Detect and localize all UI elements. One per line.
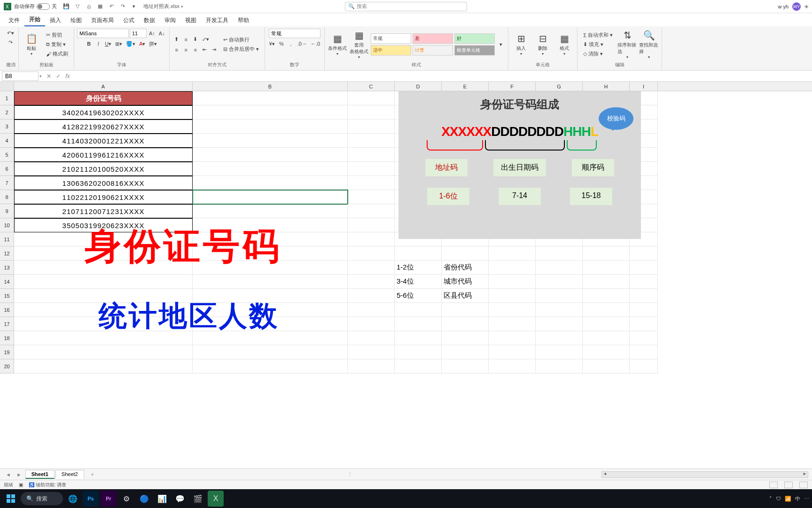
sheet-tab-Sheet1[interactable]: Sheet1 — [25, 470, 55, 479]
menu-tab-帮助[interactable]: 帮助 — [233, 15, 254, 26]
cell-B10[interactable] — [193, 218, 348, 232]
row-header-8[interactable]: 8 — [0, 190, 14, 204]
cell-D17[interactable] — [395, 317, 442, 331]
cell-D16[interactable] — [395, 303, 442, 317]
cell-A4[interactable]: 41140320001221XXXX — [14, 134, 193, 148]
premiere-icon[interactable]: Pr — [101, 491, 117, 507]
menu-tab-开始[interactable]: 开始 — [24, 14, 45, 26]
orientation-icon[interactable]: ⤢▾ — [201, 35, 211, 44]
cell-E19[interactable] — [442, 345, 489, 359]
accessibility-status[interactable]: ♿ 辅助功能: 调查 — [29, 482, 66, 488]
app-icon-5[interactable]: 🎬 — [190, 491, 206, 507]
border-button[interactable]: ⊞▾ — [114, 39, 124, 48]
percent-icon[interactable]: % — [277, 39, 286, 48]
cell-A18[interactable] — [14, 331, 193, 345]
cell-H19[interactable] — [583, 345, 630, 359]
cell-C1[interactable] — [348, 91, 395, 105]
cell-B19[interactable] — [193, 345, 348, 359]
cell-B12[interactable] — [193, 246, 348, 261]
clear-button[interactable]: ◇ 清除 ▾ — [580, 49, 616, 59]
col-header-A[interactable]: A — [14, 82, 193, 91]
cell-A12[interactable] — [14, 246, 193, 261]
cell-D12[interactable] — [395, 246, 442, 261]
cell-C19[interactable] — [348, 345, 395, 359]
cell-H14[interactable] — [583, 275, 630, 289]
row-header-2[interactable]: 2 — [0, 105, 14, 119]
align-middle-icon[interactable]: ≡ — [182, 35, 190, 44]
paste-button[interactable]: 📋粘贴▾ — [22, 29, 41, 60]
cell-C18[interactable] — [348, 331, 395, 345]
delete-cells-button[interactable]: ⊟删除▾ — [533, 29, 553, 60]
user-avatar[interactable]: WY — [792, 2, 801, 11]
comma-icon[interactable]: , — [287, 39, 295, 48]
horizontal-scrollbar[interactable] — [601, 471, 808, 478]
cell-B11[interactable] — [193, 232, 348, 246]
cell-C10[interactable] — [348, 218, 395, 232]
cell-H20[interactable] — [583, 359, 630, 373]
style-calc[interactable]: 计算 — [413, 45, 453, 56]
cell-C7[interactable] — [348, 176, 395, 190]
page-break-view-icon[interactable] — [799, 482, 808, 488]
cell-H12[interactable] — [583, 246, 630, 261]
col-header-I[interactable]: I — [630, 82, 658, 91]
col-header-B[interactable]: B — [193, 82, 348, 91]
cell-G18[interactable] — [536, 331, 583, 345]
redo-button[interactable]: ↷ — [7, 38, 15, 47]
wrap-text-button[interactable]: ↩ 自动换行 — [220, 35, 262, 45]
app-icon-3[interactable]: 📊 — [154, 491, 170, 507]
cell-B5[interactable] — [193, 148, 348, 162]
cell-I14[interactable] — [630, 275, 658, 289]
underline-button[interactable]: U▾ — [103, 39, 113, 48]
cell-D13[interactable]: 1-2位 — [395, 261, 442, 275]
cell-F14[interactable] — [489, 275, 536, 289]
style-neutral[interactable]: 适中 — [371, 45, 411, 56]
table-icon[interactable]: ▦ — [96, 3, 104, 10]
cell-C4[interactable] — [348, 134, 395, 148]
row-header-11[interactable]: 11 — [0, 232, 14, 246]
cell-H17[interactable] — [583, 317, 630, 331]
cell-F19[interactable] — [489, 345, 536, 359]
cell-A20[interactable] — [14, 359, 193, 373]
style-good[interactable]: 好 — [454, 33, 495, 44]
cell-B2[interactable] — [193, 105, 348, 119]
cell-B18[interactable] — [193, 331, 348, 345]
cell-I17[interactable] — [630, 317, 658, 331]
cell-E16[interactable] — [442, 303, 489, 317]
copy-button[interactable]: ⧉ 复制 ▾ — [43, 40, 71, 49]
menu-tab-绘图[interactable]: 绘图 — [66, 15, 86, 26]
cell-C2[interactable] — [348, 105, 395, 119]
italic-button[interactable]: I — [94, 39, 102, 48]
font-color-button[interactable]: A▾ — [138, 39, 147, 48]
cut-button[interactable]: ✂ 剪切 — [43, 31, 71, 40]
cell-I15[interactable] — [630, 289, 658, 303]
start-button[interactable] — [3, 491, 19, 507]
row-header-15[interactable]: 15 — [0, 289, 14, 303]
cell-H15[interactable] — [583, 289, 630, 303]
menu-tab-公式[interactable]: 公式 — [118, 15, 139, 26]
cell-H16[interactable] — [583, 303, 630, 317]
cell-C3[interactable] — [348, 119, 395, 134]
cell-H18[interactable] — [583, 331, 630, 345]
cell-I13[interactable] — [630, 261, 658, 275]
cell-D15[interactable]: 5-6位 — [395, 289, 442, 303]
cell-I12[interactable] — [630, 246, 658, 261]
cell-A11[interactable] — [14, 232, 193, 246]
cell-G15[interactable] — [536, 289, 583, 303]
cell-E20[interactable] — [442, 359, 489, 373]
sheet-nav-next[interactable]: ► — [15, 472, 23, 477]
row-header-4[interactable]: 4 — [0, 134, 14, 148]
cell-F20[interactable] — [489, 359, 536, 373]
cell-C6[interactable] — [348, 162, 395, 176]
cell-C17[interactable] — [348, 317, 395, 331]
menu-tab-文件[interactable]: 文件 — [4, 15, 24, 26]
sort-filter-button[interactable]: ⇅排序和筛选▾ — [617, 29, 637, 60]
cell-E12[interactable] — [442, 246, 489, 261]
cell-I16[interactable] — [630, 303, 658, 317]
excel-taskbar-icon[interactable]: X — [208, 491, 224, 507]
dec-decimal-icon[interactable]: ←.0 — [309, 39, 321, 48]
row-header-10[interactable]: 10 — [0, 218, 14, 232]
enter-formula-icon[interactable]: ✓ — [54, 73, 62, 79]
wifi-icon[interactable]: 📶 — [785, 496, 791, 502]
name-box[interactable]: B8 — [2, 71, 39, 81]
cell-F12[interactable] — [489, 246, 536, 261]
